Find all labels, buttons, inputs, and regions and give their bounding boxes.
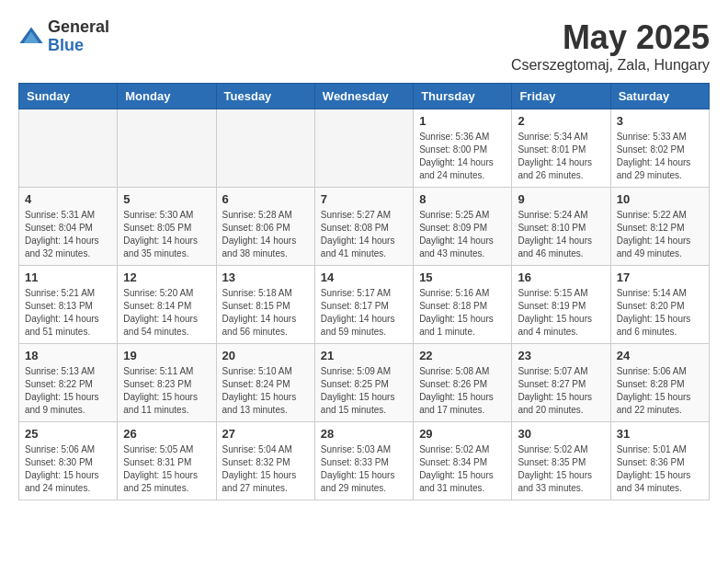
day-number: 6 [222,192,309,206]
day-number: 12 [123,270,210,284]
calendar-cell-w2-d6: 9Sunrise: 5:24 AM Sunset: 8:10 PM Daylig… [512,188,610,266]
day-info: Sunrise: 5:25 AM Sunset: 8:09 PM Dayligh… [419,209,506,260]
logo-general: General [48,18,109,37]
weekday-header-tuesday: Tuesday [216,84,314,109]
day-info: Sunrise: 5:30 AM Sunset: 8:05 PM Dayligh… [123,209,210,260]
calendar-cell-w4-d3: 20Sunrise: 5:10 AM Sunset: 8:24 PM Dayli… [216,344,314,422]
month-title: May 2025 [511,18,710,57]
calendar-week-4: 18Sunrise: 5:13 AM Sunset: 8:22 PM Dayli… [19,344,710,422]
calendar-cell-w3-d1: 11Sunrise: 5:21 AM Sunset: 8:13 PM Dayli… [19,266,118,344]
logo: General Blue [18,18,109,55]
day-number: 4 [25,192,111,206]
calendar-cell-w5-d7: 31Sunrise: 5:01 AM Sunset: 8:36 PM Dayli… [610,422,709,500]
day-info: Sunrise: 5:18 AM Sunset: 8:15 PM Dayligh… [222,287,309,339]
weekday-header-saturday: Saturday [610,84,709,109]
calendar-cell-w3-d5: 15Sunrise: 5:16 AM Sunset: 8:18 PM Dayli… [414,266,512,344]
day-info: Sunrise: 5:08 AM Sunset: 8:26 PM Dayligh… [419,365,506,417]
day-number: 11 [25,270,111,284]
day-number: 15 [419,270,506,284]
day-info: Sunrise: 5:11 AM Sunset: 8:23 PM Dayligh… [123,365,210,417]
day-info: Sunrise: 5:01 AM Sunset: 8:36 PM Dayligh… [617,443,703,495]
calendar-cell-w5-d5: 29Sunrise: 5:02 AM Sunset: 8:34 PM Dayli… [414,422,512,500]
day-number: 1 [419,114,506,128]
day-number: 22 [419,349,506,362]
day-number: 24 [617,349,703,362]
day-info: Sunrise: 5:02 AM Sunset: 8:35 PM Dayligh… [518,443,604,495]
logo-text: General Blue [48,18,109,55]
day-number: 26 [123,427,210,441]
day-info: Sunrise: 5:24 AM Sunset: 8:10 PM Dayligh… [518,209,604,260]
day-number: 27 [222,427,309,441]
calendar-cell-w1-d6: 2Sunrise: 5:34 AM Sunset: 8:01 PM Daylig… [512,109,610,188]
logo-icon [18,24,44,50]
weekday-header-row: SundayMondayTuesdayWednesdayThursdayFrid… [19,84,710,109]
logo-blue: Blue [48,37,109,55]
day-info: Sunrise: 5:27 AM Sunset: 8:08 PM Dayligh… [321,209,407,260]
calendar-cell-w4-d5: 22Sunrise: 5:08 AM Sunset: 8:26 PM Dayli… [414,344,512,422]
day-info: Sunrise: 5:20 AM Sunset: 8:14 PM Dayligh… [123,287,210,339]
day-info: Sunrise: 5:22 AM Sunset: 8:12 PM Dayligh… [617,209,703,260]
day-info: Sunrise: 5:15 AM Sunset: 8:19 PM Dayligh… [518,287,604,339]
day-number: 2 [518,114,604,128]
calendar-cell-w3-d3: 13Sunrise: 5:18 AM Sunset: 8:15 PM Dayli… [216,266,314,344]
calendar-cell-w4-d7: 24Sunrise: 5:06 AM Sunset: 8:28 PM Dayli… [610,344,709,422]
day-info: Sunrise: 5:03 AM Sunset: 8:33 PM Dayligh… [321,443,407,495]
calendar-cell-w2-d7: 10Sunrise: 5:22 AM Sunset: 8:12 PM Dayli… [610,188,709,266]
day-number: 3 [617,114,703,128]
day-number: 16 [518,270,604,284]
calendar-cell-w3-d2: 12Sunrise: 5:20 AM Sunset: 8:14 PM Dayli… [118,266,216,344]
day-info: Sunrise: 5:14 AM Sunset: 8:20 PM Dayligh… [617,287,703,339]
day-info: Sunrise: 5:07 AM Sunset: 8:27 PM Dayligh… [518,365,604,417]
day-number: 29 [419,427,506,441]
day-number: 9 [518,192,604,206]
day-info: Sunrise: 5:36 AM Sunset: 8:00 PM Dayligh… [419,131,506,182]
calendar-week-3: 11Sunrise: 5:21 AM Sunset: 8:13 PM Dayli… [19,266,710,344]
calendar-cell-w1-d3 [216,109,314,188]
calendar-cell-w1-d5: 1Sunrise: 5:36 AM Sunset: 8:00 PM Daylig… [414,109,512,188]
day-info: Sunrise: 5:21 AM Sunset: 8:13 PM Dayligh… [25,287,111,339]
day-number: 25 [25,427,111,441]
calendar-cell-w2-d5: 8Sunrise: 5:25 AM Sunset: 8:09 PM Daylig… [414,188,512,266]
day-info: Sunrise: 5:06 AM Sunset: 8:30 PM Dayligh… [25,443,111,495]
day-info: Sunrise: 5:02 AM Sunset: 8:34 PM Dayligh… [419,443,506,495]
day-number: 18 [25,349,111,362]
day-info: Sunrise: 5:09 AM Sunset: 8:25 PM Dayligh… [321,365,407,417]
location-title: Cserszegtomaj, Zala, Hungary [511,57,710,74]
day-info: Sunrise: 5:31 AM Sunset: 8:04 PM Dayligh… [25,209,111,260]
day-number: 21 [321,349,407,362]
day-info: Sunrise: 5:17 AM Sunset: 8:17 PM Dayligh… [321,287,407,339]
weekday-header-thursday: Thursday [414,84,512,109]
calendar-cell-w1-d7: 3Sunrise: 5:33 AM Sunset: 8:02 PM Daylig… [610,109,709,188]
calendar-cell-w5-d2: 26Sunrise: 5:05 AM Sunset: 8:31 PM Dayli… [118,422,216,500]
day-info: Sunrise: 5:06 AM Sunset: 8:28 PM Dayligh… [617,365,703,417]
day-info: Sunrise: 5:34 AM Sunset: 8:01 PM Dayligh… [518,131,604,182]
day-number: 5 [123,192,210,206]
day-number: 23 [518,349,604,362]
day-number: 17 [617,270,703,284]
day-info: Sunrise: 5:10 AM Sunset: 8:24 PM Dayligh… [222,365,309,417]
day-number: 13 [222,270,309,284]
calendar-table: SundayMondayTuesdayWednesdayThursdayFrid… [18,83,710,500]
weekday-header-sunday: Sunday [19,84,118,109]
calendar-cell-w1-d4 [314,109,413,188]
calendar-cell-w4-d1: 18Sunrise: 5:13 AM Sunset: 8:22 PM Dayli… [19,344,118,422]
calendar-cell-w2-d4: 7Sunrise: 5:27 AM Sunset: 8:08 PM Daylig… [314,188,413,266]
title-block: May 2025 Cserszegtomaj, Zala, Hungary [511,18,710,74]
day-info: Sunrise: 5:04 AM Sunset: 8:32 PM Dayligh… [222,443,309,495]
calendar-cell-w5-d3: 27Sunrise: 5:04 AM Sunset: 8:32 PM Dayli… [216,422,314,500]
day-info: Sunrise: 5:28 AM Sunset: 8:06 PM Dayligh… [222,209,309,260]
calendar-cell-w2-d2: 5Sunrise: 5:30 AM Sunset: 8:05 PM Daylig… [118,188,216,266]
day-number: 8 [419,192,506,206]
day-number: 14 [321,270,407,284]
calendar-cell-w1-d2 [118,109,216,188]
calendar-cell-w4-d4: 21Sunrise: 5:09 AM Sunset: 8:25 PM Dayli… [314,344,413,422]
calendar-cell-w5-d1: 25Sunrise: 5:06 AM Sunset: 8:30 PM Dayli… [19,422,118,500]
day-info: Sunrise: 5:13 AM Sunset: 8:22 PM Dayligh… [25,365,111,417]
weekday-header-monday: Monday [118,84,216,109]
calendar-cell-w5-d6: 30Sunrise: 5:02 AM Sunset: 8:35 PM Dayli… [512,422,610,500]
day-number: 28 [321,427,407,441]
calendar-cell-w3-d6: 16Sunrise: 5:15 AM Sunset: 8:19 PM Dayli… [512,266,610,344]
day-number: 10 [617,192,703,206]
calendar-cell-w4-d2: 19Sunrise: 5:11 AM Sunset: 8:23 PM Dayli… [118,344,216,422]
calendar-cell-w3-d7: 17Sunrise: 5:14 AM Sunset: 8:20 PM Dayli… [610,266,709,344]
